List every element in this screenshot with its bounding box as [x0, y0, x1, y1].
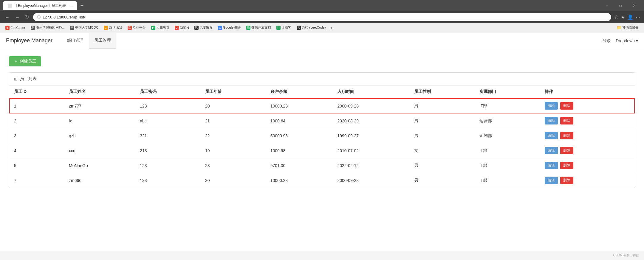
forward-button[interactable]: →: [14, 13, 21, 21]
profile-icon[interactable]: 👤: [627, 14, 633, 20]
cell-7: 运营部: [475, 113, 540, 128]
bookmark-google-translate[interactable]: G Google 翻译: [216, 25, 243, 30]
bookmark-jisuan[interactable]: 计 计蒜客: [275, 25, 293, 30]
google-translate-icon: G: [218, 26, 222, 30]
table-row: 3gzh3212250000.981999-09-27男企划部编辑删除: [9, 128, 635, 143]
browser-action-buttons: ☆ ★ 👤 ⋯: [614, 14, 640, 20]
cell-3: 20: [200, 98, 266, 113]
cell-3: 20: [200, 173, 266, 188]
cell-1: zm666: [64, 173, 135, 188]
col-header-age: 员工年龄: [200, 85, 266, 98]
login-button[interactable]: 登录: [603, 38, 611, 43]
table-grid-icon: ⊞: [14, 77, 18, 81]
bookmark-icon[interactable]: ★: [621, 14, 625, 20]
cell-6: 男: [409, 158, 475, 173]
edit-button[interactable]: 编辑: [545, 102, 558, 110]
bookmark-csdn[interactable]: C CSDN: [173, 25, 191, 30]
bookmark-weixin[interactable]: 微 微信开放文档: [244, 25, 273, 30]
bookmarks-folder[interactable]: 📁 其他收藏夹: [615, 25, 640, 30]
delete-button[interactable]: 删除: [560, 162, 573, 169]
nav-dept-management[interactable]: 部门管理: [61, 33, 89, 49]
bookmarks-more-button[interactable]: ›: [329, 25, 334, 30]
navbar: Employee Manager 部门管理 员工管理 登录 Dropdown ▾: [0, 32, 644, 49]
main-content: ＋ 创建员工 ⊞ 员工列表 员工ID 员工姓名 员工密码 员工年龄 账户余额 入…: [0, 49, 644, 195]
bookmarks-bar: E EduCoder 滁 滁州学院校园网身... 中 中国大学MOOC C CH…: [0, 23, 644, 32]
leetcode-icon: 力: [297, 26, 301, 30]
cell-5: 2000-09-28: [333, 173, 410, 188]
actions-cell: 编辑删除: [540, 143, 635, 158]
table-row: 5MoNanGo123239701.002022-02-12男IT部编辑删除: [9, 158, 635, 173]
col-header-gender: 员工性别: [409, 85, 475, 98]
edit-button[interactable]: 编辑: [545, 162, 558, 169]
bookmark-fanya[interactable]: 泛 泛亚平台: [126, 25, 148, 30]
table-row: 7zm6661232010000.232000-09-28男IT部编辑删除: [9, 173, 635, 188]
maximize-button[interactable]: □: [614, 1, 627, 10]
delete-button[interactable]: 删除: [560, 117, 573, 124]
delete-button[interactable]: 删除: [560, 177, 573, 184]
bookmark-chuzhouxy[interactable]: 滁 滁州学院校园网身...: [29, 25, 66, 30]
edit-button[interactable]: 编辑: [545, 147, 558, 154]
new-tab-button[interactable]: +: [78, 3, 86, 9]
window-controls: − □ ✕: [600, 1, 641, 10]
cell-6: 男: [409, 113, 475, 128]
address-bar-input[interactable]: ⓘ 127.0.0.1:8000/emp_list/: [33, 13, 611, 21]
col-header-dept: 所属部门: [475, 85, 540, 98]
edit-button[interactable]: 编辑: [545, 177, 558, 184]
minimize-button[interactable]: −: [600, 1, 614, 10]
bookmark-leetcode[interactable]: 力 力扣 (LeetCode): [295, 25, 327, 30]
dropdown-arrow-icon: ▾: [636, 38, 638, 43]
menu-icon[interactable]: ⋯: [636, 14, 640, 20]
delete-button[interactable]: 删除: [560, 147, 573, 154]
bookmark-chzuoj[interactable]: C CHZUOJ: [102, 25, 124, 30]
table-row: 1zm7771232010000.232000-09-28男IT部编辑删除: [9, 98, 635, 113]
table-row: 4xcq213191000.982010-07-02女IT部编辑删除: [9, 143, 635, 158]
cell-0: 2: [9, 113, 64, 128]
active-tab[interactable]: 【EmployeeManager】员工列表 ×: [3, 1, 77, 10]
bookmark-educoder[interactable]: E EduCoder: [4, 25, 27, 30]
cell-2: 123: [135, 158, 200, 173]
bookmark-dapeng[interactable]: ▶ 大鹏教育: [149, 25, 171, 30]
jisuan-icon: 计: [276, 26, 281, 30]
cell-1: lx: [64, 113, 135, 128]
dropdown-label: Dropdown: [616, 38, 635, 43]
star-icon[interactable]: ☆: [614, 14, 618, 20]
close-button[interactable]: ✕: [627, 1, 641, 10]
nav-employee-management[interactable]: 员工管理: [89, 33, 116, 49]
tab-close-icon[interactable]: ×: [70, 4, 72, 8]
cell-1: MoNanGo: [64, 158, 135, 173]
cell-6: 男: [409, 128, 475, 143]
edit-button[interactable]: 编辑: [545, 132, 558, 139]
col-header-name: 员工姓名: [64, 85, 135, 98]
cell-5: 2000-09-28: [333, 98, 410, 113]
col-header-password: 员工密码: [135, 85, 200, 98]
educoder-icon: E: [5, 26, 10, 30]
cell-0: 3: [9, 128, 64, 143]
dropdown-button[interactable]: Dropdown ▾: [616, 38, 638, 43]
cell-7: 企划部: [475, 128, 540, 143]
employee-table: 员工ID 员工姓名 员工密码 员工年龄 账户余额 入职时间 员工性别 所属部门 …: [9, 85, 635, 188]
delete-button[interactable]: 删除: [560, 132, 573, 139]
create-employee-button[interactable]: ＋ 创建员工: [9, 56, 41, 66]
actions-cell: 编辑删除: [540, 113, 635, 128]
col-header-actions: 操作: [540, 85, 635, 98]
cell-2: abc: [135, 113, 200, 128]
refresh-button[interactable]: ↻: [24, 13, 30, 21]
csdn-icon: C: [175, 26, 179, 30]
cell-6: 男: [409, 173, 475, 188]
bookmark-mooc[interactable]: 中 中国大学MOOC: [68, 25, 100, 30]
cell-0: 1: [9, 98, 64, 113]
table-card-header: ⊞ 员工列表: [9, 73, 635, 85]
security-icon: ⓘ: [37, 15, 41, 20]
back-button[interactable]: ←: [4, 13, 11, 21]
employee-table-card: ⊞ 员工列表 员工ID 员工姓名 员工密码 员工年龄 账户余额 入职时间 员工性…: [9, 72, 635, 188]
table-row: 2lxabc211000.642020-08-29男运营部编辑删除: [9, 113, 635, 128]
col-header-balance: 账户余额: [266, 85, 333, 98]
folder-icon: 📁: [617, 25, 621, 30]
cell-5: 1999-09-27: [333, 128, 410, 143]
edit-button[interactable]: 编辑: [545, 117, 558, 124]
cell-0: 7: [9, 173, 64, 188]
cell-5: 2022-02-12: [333, 158, 410, 173]
delete-button[interactable]: 删除: [560, 102, 573, 110]
fanya-icon: 泛: [128, 26, 132, 30]
bookmark-fengbian[interactable]: 风 风变编程: [193, 25, 214, 30]
